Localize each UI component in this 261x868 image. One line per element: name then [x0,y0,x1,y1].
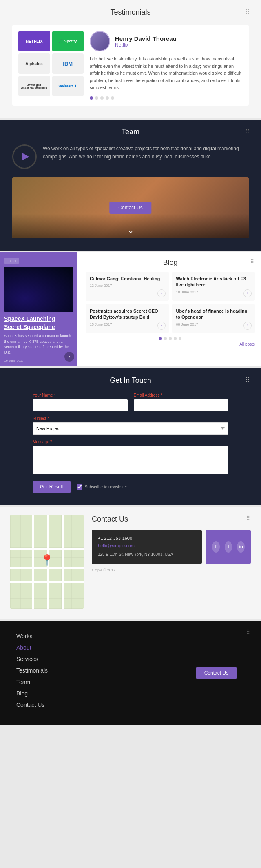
map-road-v3 [62,515,64,609]
message-textarea[interactable] [33,446,228,474]
all-posts-link[interactable]: All posts [86,342,255,346]
testimonial-quote: I do believe in simplicity. It is astoni… [90,55,243,91]
blog-dot-3[interactable] [169,337,172,340]
blog-dot-1[interactable] [159,337,162,340]
blog-featured-image [4,267,73,312]
facebook-icon[interactable]: f [212,541,220,553]
subscribe-label[interactable]: Subscribe to newsletter [77,484,127,490]
footer-menu-icon[interactable]: ⠿ [246,629,251,635]
footer-contact-button[interactable]: Contact Us [196,667,237,679]
blog-card-title-1[interactable]: Gillmor Gang: Emotional Healing [90,276,165,282]
subject-select[interactable]: New Project Consulting Partnership [33,422,228,435]
form-message-group: Message * [33,440,228,476]
brand-logos: NETFLIX 🎵 Spotify Alphabet IBM JPMorganA… [18,31,84,100]
twitter-icon[interactable]: t [225,541,232,553]
contact-menu-icon[interactable]: ⠿ [246,515,251,522]
subscribe-checkbox[interactable] [77,484,82,490]
team-image: Contact Us ⌄ [12,177,249,238]
blog-card-title-2[interactable]: Watch Electronic Arts kick off E3 live r… [176,276,251,289]
ibm-logo: IBM [52,53,84,74]
team-menu-icon[interactable]: ⠿ [245,128,251,135]
blog-next-icon[interactable]: › [64,352,74,362]
form-email-group: Email Address * [134,393,229,411]
blog-dot-4[interactable] [174,337,177,340]
chevron-down-icon: ⌄ [128,226,134,235]
getintouch-menu-icon[interactable]: ⠿ [245,376,251,384]
form-actions: Get Result Subscribe to newsletter [33,481,228,493]
footer-nav-team[interactable]: Team [16,679,98,685]
blog-featured-excerpt: SpaceX has secured a contract to launch … [4,333,73,355]
blog-card-arrow-1[interactable]: › [157,289,166,297]
email-label: Email Address * [134,393,229,397]
blog-dot-5[interactable] [179,337,181,340]
dot-3[interactable] [100,96,104,100]
dot-4[interactable] [106,96,109,100]
contact-map: 📍 [10,515,84,609]
instagram-icon[interactable]: in [237,541,245,553]
testimonial-pagination [90,96,243,100]
team-title: Team [12,128,249,136]
team-video-row: We work on all types of specialist creat… [12,144,249,169]
blog-dot-2[interactable] [164,337,167,340]
map-pin-icon: 📍 [40,554,54,567]
contact-info-card: +1 212-353-1600 hello@simple.com 125 E 1… [92,530,202,564]
dot-5[interactable] [111,96,114,100]
message-label: Message * [33,440,228,444]
blog-pagination [86,337,255,340]
blog-title: Blog ⠿ [86,258,255,267]
testimonials-section: Testimonials ⠿ NETFLIX 🎵 Spotify Alphabe… [0,0,261,118]
blog-card-title-4[interactable]: Uber's head of finance is heading to Ope… [176,308,251,321]
footer-nav-blog[interactable]: Blog [16,690,98,697]
blog-featured-title[interactable]: SpaceX Launching Secret Spaceplane [4,315,73,331]
footer-nav-services[interactable]: Services [16,656,98,662]
contact-email[interactable]: hello@simple.com [98,543,196,548]
testimonials-title: Testimonials [12,8,249,17]
play-icon [22,153,29,161]
email-input[interactable] [134,399,229,411]
testimonial-name: Henry David Thoreau [115,35,177,42]
getintouch-section: Get In Touch ⠿ Your Name * Email Address… [0,368,261,505]
form-subject-group: Subject * New Project Consulting Partner… [33,416,228,435]
walmart-logo: Walmart ✦ [52,76,84,96]
dot-2[interactable] [95,96,98,100]
contactus-section: 📍 ⠿ Contact Us +1 212-353-1600 hello@sim… [0,507,261,619]
footer-nav-contact[interactable]: Contact Us [16,702,98,708]
footer-nav-about[interactable]: About [16,644,98,651]
copyright: simple © 2017 [92,568,251,572]
get-result-button[interactable]: Get Result [33,481,71,493]
jpmorgan-logo: JPMorganAsset Management [18,76,50,96]
dot-1[interactable] [90,96,93,100]
contact-phone: +1 212-353-1600 [98,536,196,541]
team-description: We work on all types of specialist creat… [43,144,249,161]
blog-grid: Gillmor Gang: Emotional Healing 12 June … [86,272,255,333]
getintouch-title: Get In Touch [33,376,228,385]
blog-card-date-2: 10 June 2017 [176,290,251,294]
contact-address: 125 E 11th St. New York, NY 10003, USA [98,551,196,558]
footer-nav: ⠿ Works About Services Testimonials Team… [0,621,261,725]
footer-nav-testimonials[interactable]: Testimonials [16,667,98,674]
blog-card-1: Gillmor Gang: Emotional Healing 12 June … [86,272,169,301]
team-contact-button[interactable]: Contact Us [109,202,151,214]
blog-section: Latest SpaceX Launching Secret Spaceplan… [0,252,261,366]
subject-label: Subject * [33,416,228,421]
blog-card-date-3: 15 June 2017 [90,322,165,326]
blog-card-arrow-2[interactable]: › [243,289,252,297]
team-section: Team ⠿ We work on all types of specialis… [0,120,261,251]
footer-nav-list: Works About Services Testimonials Team B… [16,633,98,708]
footer-nav-works[interactable]: Works [16,633,98,639]
name-input[interactable] [33,399,128,411]
contact-social-card: f t in [206,530,251,564]
testimonials-menu-icon[interactable]: ⠿ [245,8,251,16]
blog-card-date-1: 12 June 2017 [90,284,165,288]
blog-card-arrow-3[interactable]: › [157,322,166,330]
spotify-logo: 🎵 Spotify [52,31,84,51]
play-button[interactable] [12,144,37,169]
blog-card-title-3[interactable]: Postmates acquires Secret CEO David Bytt… [90,308,165,321]
blog-card-arrow-4[interactable]: › [243,322,252,330]
testimonials-card: NETFLIX 🎵 Spotify Alphabet IBM JPMorganA… [12,25,249,106]
blog-menu-icon[interactable]: ⠿ [250,258,255,265]
blog-card-date-4: 08 June 2017 [176,322,251,326]
contactus-title: Contact Us [92,515,251,524]
latest-tag: Latest [4,258,19,264]
team-inner: We work on all types of specialist creat… [12,144,249,238]
